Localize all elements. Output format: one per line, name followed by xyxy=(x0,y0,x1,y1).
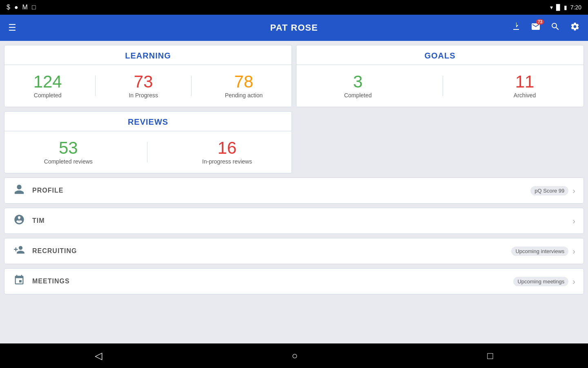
learning-completed-stat: 124 Completed xyxy=(33,73,62,99)
wifi-icon: ▾ xyxy=(550,4,553,11)
goals-archived-stat: 11 Archived xyxy=(514,73,536,99)
learning-pending-number: 78 xyxy=(234,73,254,90)
goals-card[interactable]: GOALS 3 Completed 11 Archived xyxy=(296,45,584,107)
reviews-title: REVIEWS xyxy=(128,117,168,126)
back-button[interactable]: ◁ xyxy=(95,350,102,361)
menu-item-recruiting[interactable]: RECRUITING Upcoming interviews › xyxy=(4,238,584,264)
meetings-chevron-icon: › xyxy=(572,277,575,286)
home-button[interactable]: ○ xyxy=(292,350,298,361)
tim-icon xyxy=(13,214,26,228)
privacy-icon: ● xyxy=(14,4,18,11)
amazon-icon: $ xyxy=(7,4,10,11)
recruiting-badge: Upcoming interviews xyxy=(511,247,568,256)
reviews-completed-label: Completed reviews xyxy=(44,158,93,165)
navbar-title: PAT ROSE xyxy=(270,22,318,33)
bottom-nav: ◁ ○ □ xyxy=(0,343,588,368)
reviews-inprogress-label: In-progress reviews xyxy=(202,158,252,165)
book-icon: □ xyxy=(32,4,36,11)
status-bar-left: $ ● M □ xyxy=(7,4,36,11)
goals-completed-label: Completed xyxy=(344,92,372,99)
reviews-completed-stat: 53 Completed reviews xyxy=(44,139,93,165)
goals-completed-number: 3 xyxy=(353,73,363,90)
mail-badge: 73 xyxy=(536,19,544,25)
tim-chevron-icon: › xyxy=(572,216,575,226)
top-row: LEARNING 124 Completed 73 In Progress 78… xyxy=(4,45,584,107)
person-icon xyxy=(13,184,26,198)
goals-completed-stat: 3 Completed xyxy=(344,73,372,99)
reviews-completed-number: 53 xyxy=(59,139,78,157)
learning-inprogress-number: 73 xyxy=(134,73,153,90)
menu-item-meetings[interactable]: MEETINGS Upcoming meetings › xyxy=(4,268,584,294)
battery-icon: ▮ xyxy=(564,4,567,11)
goals-title: GOALS xyxy=(424,51,455,60)
second-row: REVIEWS 53 Completed reviews 16 In-progr… xyxy=(4,111,584,173)
download-button[interactable] xyxy=(511,22,521,34)
meetings-label: MEETINGS xyxy=(32,278,513,285)
reviews-card[interactable]: REVIEWS 53 Completed reviews 16 In-progr… xyxy=(4,111,292,173)
recent-button[interactable]: □ xyxy=(487,350,493,361)
goals-divider xyxy=(443,76,443,96)
goals-card-body: 3 Completed 11 Archived xyxy=(296,65,584,107)
main-content: LEARNING 124 Completed 73 In Progress 78… xyxy=(0,41,588,298)
learning-card[interactable]: LEARNING 124 Completed 73 In Progress 78… xyxy=(4,45,292,107)
learning-pending-label: Pending action xyxy=(225,92,263,99)
calendar-icon xyxy=(13,274,26,289)
status-bar: $ ● M □ ▾ ▉ ▮ 7:20 xyxy=(0,0,588,15)
learning-card-header: LEARNING xyxy=(4,45,292,65)
reviews-card-body: 53 Completed reviews 16 In-progress revi… xyxy=(4,131,292,173)
goals-card-header: GOALS xyxy=(296,45,584,65)
recruiting-label: RECRUITING xyxy=(32,247,511,255)
reviews-card-header: REVIEWS xyxy=(4,112,292,131)
status-bar-right: ▾ ▉ ▮ 7:20 xyxy=(550,4,581,11)
learning-completed-number: 124 xyxy=(33,73,62,90)
reviews-inprogress-number: 16 xyxy=(218,139,237,157)
tim-label: TIM xyxy=(32,217,572,224)
svg-point-0 xyxy=(17,218,18,218)
settings-button[interactable] xyxy=(570,22,580,34)
recruiting-chevron-icon: › xyxy=(572,247,575,256)
profile-chevron-icon: › xyxy=(572,186,575,195)
menu-item-profile[interactable]: PROFILE pQ Score 99 › xyxy=(4,177,584,204)
meetings-badge: Upcoming meetings xyxy=(513,277,568,286)
learning-divider-1 xyxy=(95,76,96,96)
recruiting-icon xyxy=(13,244,26,258)
svg-point-1 xyxy=(20,218,21,218)
gmail-icon: M xyxy=(22,4,28,11)
menu-item-tim[interactable]: TIM › xyxy=(4,208,584,234)
learning-divider-2 xyxy=(191,76,192,96)
mail-button[interactable]: 73 xyxy=(531,22,541,34)
goals-archived-label: Archived xyxy=(514,92,536,99)
profile-label: PROFILE xyxy=(32,187,530,194)
learning-inprogress-label: In Progress xyxy=(129,92,158,99)
navbar-actions: 73 xyxy=(511,22,580,34)
learning-completed-label: Completed xyxy=(34,92,62,99)
reviews-inprogress-stat: 16 In-progress reviews xyxy=(202,139,252,165)
learning-title: LEARNING xyxy=(125,51,171,60)
learning-card-body: 124 Completed 73 In Progress 78 Pending … xyxy=(4,65,292,107)
goals-archived-number: 11 xyxy=(515,73,535,90)
navbar: ☰ PAT ROSE 73 xyxy=(0,15,588,41)
signal-icon: ▉ xyxy=(556,4,561,11)
learning-pending-stat: 78 Pending action xyxy=(225,73,263,99)
menu-list: PROFILE pQ Score 99 › TIM › xyxy=(4,177,584,294)
profile-badge: pQ Score 99 xyxy=(530,186,568,195)
reviews-divider xyxy=(147,142,147,162)
time-display: 7:20 xyxy=(570,4,581,11)
second-row-right xyxy=(296,111,584,173)
search-button[interactable] xyxy=(550,22,560,34)
learning-inprogress-stat: 73 In Progress xyxy=(129,73,158,99)
menu-button[interactable]: ☰ xyxy=(8,23,16,32)
